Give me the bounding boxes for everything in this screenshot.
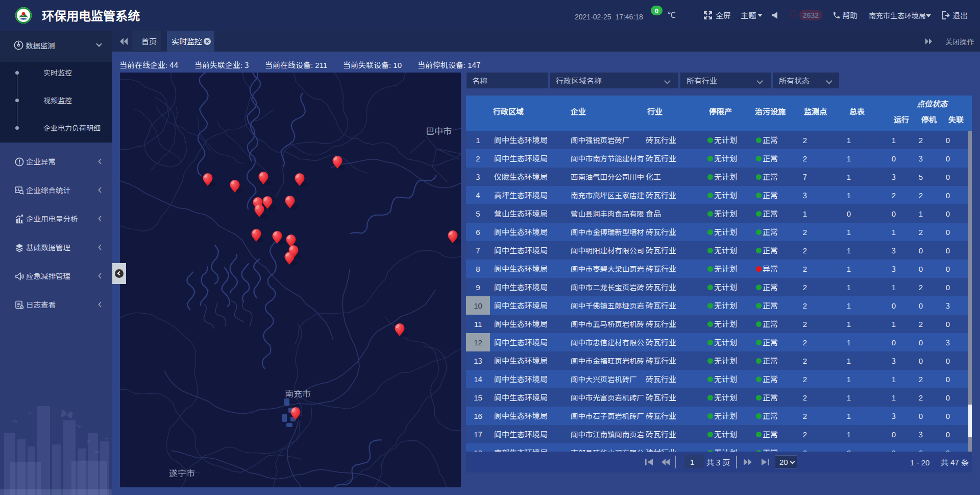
svg-text:南充市: 南充市: [285, 387, 311, 399]
svg-text:巴中市: 巴中市: [426, 124, 452, 137]
svg-text:遂宁市: 遂宁市: [169, 466, 195, 479]
